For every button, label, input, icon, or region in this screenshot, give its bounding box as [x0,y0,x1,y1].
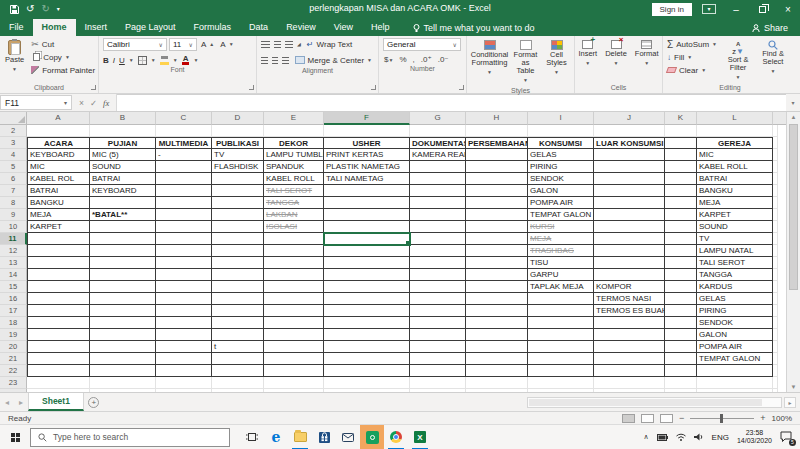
cell-E2[interactable] [264,125,324,137]
cell-A9[interactable]: MEJA [27,209,90,221]
cell-D15[interactable] [212,281,264,293]
chrome-button[interactable] [384,425,408,449]
cell-J8[interactable] [594,197,665,209]
cell-G2[interactable] [410,125,466,137]
format-as-table-button[interactable]: Format as Table▼ [510,38,542,86]
col-header-F[interactable]: F [324,112,410,125]
cell-I7[interactable]: GALON [528,185,594,197]
cell-G11[interactable] [410,233,466,245]
language-indicator[interactable]: ENG [712,433,729,442]
number-dialog-launcher-icon[interactable] [459,85,464,90]
cell-A7[interactable]: BATRAI [27,185,90,197]
cell-E20[interactable] [264,341,324,353]
sheet-nav-left-icon[interactable]: ◂ [0,393,14,411]
cell-G13[interactable] [410,257,466,269]
cell-B13[interactable] [90,257,156,269]
cell-G4[interactable]: KAMERA READY [410,149,466,161]
cell-E13[interactable] [264,257,324,269]
cell-L18[interactable]: SENDOK [697,317,773,329]
cell-F6[interactable]: TALI NAMETAG [324,173,410,185]
increase-font-size-button[interactable]: A▲ [199,38,216,50]
cell-A12[interactable] [27,245,90,257]
cell-L12[interactable]: LAMPU NATAL [697,245,773,257]
cell-E6[interactable]: KABEL ROLL [264,173,324,185]
cell-K6[interactable] [665,173,697,185]
cell-F18[interactable] [324,317,410,329]
find-select-button[interactable]: Find & Select▼ [757,38,789,77]
col-header-C[interactable]: C [156,112,212,125]
cut-button[interactable]: ✂Cut [29,38,97,50]
edge-button[interactable]: e [264,425,288,449]
cell-C13[interactable] [156,257,212,269]
row-header-19[interactable]: 19 [0,329,27,341]
cell-H19[interactable] [466,329,528,341]
save-icon[interactable] [10,5,19,14]
cell-D20[interactable]: t [212,341,264,353]
cell-H3[interactable]: PERSEMBAHAN [466,137,528,149]
cell-F8[interactable] [324,197,410,209]
zoom-in-button[interactable]: + [760,414,765,423]
cell-K19[interactable] [665,329,697,341]
cell-H22[interactable] [466,365,528,377]
cell-D12[interactable] [212,245,264,257]
screen-recorder-button[interactable] [360,425,384,449]
cell-E18[interactable] [264,317,324,329]
cell-I15[interactable]: TAPLAK MEJA [528,281,594,293]
row-header-11[interactable]: 11 [0,233,27,245]
cell-E7[interactable]: TALI SEROT [264,185,324,197]
clock[interactable]: 23:58 14/03/2020 [737,429,772,445]
col-header-J[interactable]: J [594,112,665,125]
cell-J13[interactable] [594,257,665,269]
cell-K7[interactable] [665,185,697,197]
cell-L15[interactable]: KARDUS [697,281,773,293]
cell-C6[interactable] [156,173,212,185]
cell-F16[interactable] [324,293,410,305]
cell-K8[interactable] [665,197,697,209]
cell-C19[interactable] [156,329,212,341]
cell-B7[interactable]: KEYBOARD [90,185,156,197]
cell-J14[interactable] [594,269,665,281]
cell-C20[interactable] [156,341,212,353]
cell-E3[interactable]: DEKOR [264,137,324,149]
select-all-button[interactable] [0,112,27,125]
cell-D21[interactable] [212,353,264,365]
cell-F17[interactable] [324,305,410,317]
cell-J15[interactable]: KOMPOR [594,281,665,293]
cell-J18[interactable] [594,317,665,329]
cell-B3[interactable]: PUJIAN [90,137,156,149]
cell-I21[interactable] [528,353,594,365]
cell-E12[interactable] [264,245,324,257]
sheet-nav-right-icon[interactable]: ▸ [14,393,28,411]
cell-G5[interactable] [410,161,466,173]
format-cells-button[interactable]: Format▼ [632,38,662,69]
cancel-icon[interactable]: × [79,98,84,108]
col-header-L[interactable]: L [697,112,773,125]
cell-E15[interactable] [264,281,324,293]
cell-B8[interactable] [90,197,156,209]
cell-D11[interactable] [212,233,264,245]
cell-D17[interactable] [212,305,264,317]
tell-me-box[interactable]: Tell me what you want to do [413,23,535,36]
col-header-E[interactable]: E [264,112,324,125]
italic-button[interactable]: I [113,56,115,65]
network-icon[interactable] [676,433,686,441]
tab-view[interactable]: View [325,19,362,36]
bold-button[interactable]: B [103,56,109,65]
cell-E14[interactable] [264,269,324,281]
cell-D9[interactable] [212,209,264,221]
cell-C10[interactable] [156,221,212,233]
cell-K5[interactable] [665,161,697,173]
cell-G8[interactable] [410,197,466,209]
font-color-icon[interactable]: A [182,55,190,65]
cell-D18[interactable] [212,317,264,329]
cell-K13[interactable] [665,257,697,269]
cell-L14[interactable]: TANGGA [697,269,773,281]
cell-D4[interactable]: TV [212,149,264,161]
align-left-icon[interactable] [261,57,268,64]
cell-D23[interactable] [212,377,264,389]
cell-B6[interactable]: BATRAI [90,173,156,185]
row-header-10[interactable]: 10 [0,221,27,233]
tab-home[interactable]: Home [33,19,76,36]
cell-K16[interactable] [665,293,697,305]
cell-G23[interactable] [410,377,466,389]
